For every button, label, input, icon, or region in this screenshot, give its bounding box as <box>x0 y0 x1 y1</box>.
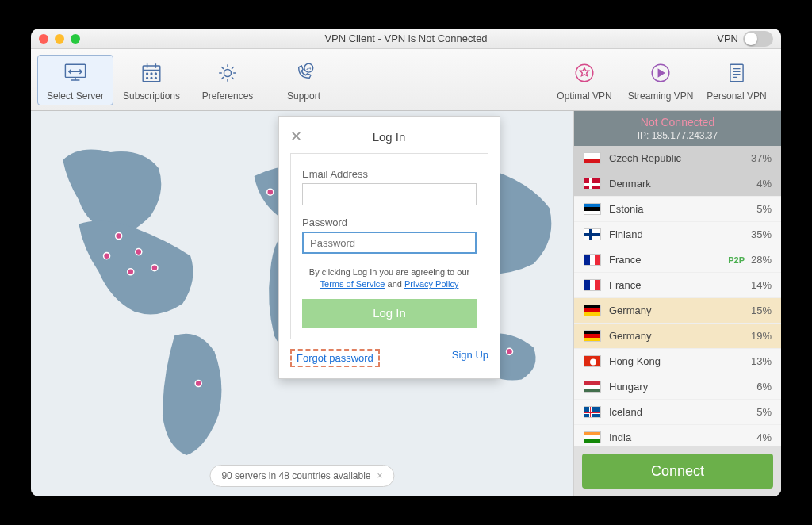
password-label: Password <box>302 217 477 228</box>
flag-icon <box>584 305 601 316</box>
server-name: Denmark <box>609 178 756 190</box>
server-row[interactable]: France14% <box>574 273 781 298</box>
window-title: VPN Client - VPN is Not Connected <box>31 33 781 44</box>
vpn-toggle[interactable]: VPN <box>717 31 773 47</box>
svg-rect-34 <box>584 233 601 236</box>
svg-point-19 <box>267 189 274 195</box>
tab-optimal-vpn[interactable]: Optimal VPN <box>546 55 622 105</box>
flag-icon <box>584 279 601 291</box>
main: 90 servers in 48 countries available × ✕… <box>31 111 781 496</box>
tab-label: Personal VPN <box>707 90 766 102</box>
flag-icon <box>584 254 601 266</box>
svg-rect-0 <box>65 64 85 77</box>
tab-label: Streaming VPN <box>628 90 694 102</box>
tos-link[interactable]: Terms of Service <box>320 279 385 289</box>
tab-label: Subscriptions <box>123 90 180 102</box>
forgot-password-link[interactable]: Forgot password <box>290 349 380 367</box>
svg-rect-41 <box>584 412 601 413</box>
monitor-arrows-icon <box>61 59 90 87</box>
login-button[interactable]: Log In <box>302 299 477 328</box>
calendar-icon <box>137 59 166 87</box>
tab-preferences[interactable]: Preferences <box>190 55 266 105</box>
svg-point-15 <box>136 249 142 255</box>
server-row[interactable]: India4% <box>574 425 781 446</box>
server-load: 14% <box>751 279 772 291</box>
server-row[interactable]: Denmark4% <box>574 171 781 197</box>
server-row[interactable]: Estonia5% <box>574 197 781 222</box>
signup-link[interactable]: Sign Up <box>452 349 488 367</box>
flag-icon <box>584 381 601 393</box>
flag-icon <box>584 355 601 367</box>
status-panel: Not Connected IP: 185.177.243.37 <box>574 111 781 146</box>
modal-title: Log In <box>289 130 488 144</box>
tab-label: Support <box>287 90 320 102</box>
server-load: 5% <box>756 203 772 215</box>
server-name: Czech Republic <box>609 152 751 164</box>
svg-point-25 <box>195 381 201 387</box>
svg-point-7 <box>155 77 157 79</box>
connect-button[interactable]: Connect <box>582 454 773 489</box>
email-label: Email Address <box>302 168 477 180</box>
server-load: 35% <box>751 228 772 240</box>
email-field[interactable] <box>302 183 477 205</box>
flag-icon <box>584 203 601 215</box>
tab-label: Select Server <box>47 90 104 102</box>
svg-point-5 <box>147 77 148 79</box>
server-row[interactable]: Germany19% <box>574 324 781 349</box>
svg-point-17 <box>104 253 110 259</box>
svg-point-18 <box>128 269 134 275</box>
server-row[interactable]: Finland35% <box>574 222 781 247</box>
svg-point-36 <box>590 359 596 366</box>
server-row[interactable]: Iceland5% <box>574 400 781 425</box>
server-name: Hong Kong <box>609 355 751 367</box>
svg-text:24: 24 <box>306 66 311 71</box>
tab-select-server[interactable]: Select Server <box>37 55 113 105</box>
server-name: Finland <box>609 228 751 240</box>
flag-icon <box>584 152 601 164</box>
server-list[interactable]: Czech Republic37%Denmark4%Estonia5%Finla… <box>574 146 781 446</box>
app-window: VPN Client - VPN is Not Connected VPN Se… <box>31 29 781 496</box>
flag-icon <box>584 228 601 240</box>
server-load: 4% <box>756 431 772 443</box>
svg-point-14 <box>116 232 122 239</box>
star-badge-icon <box>570 59 599 87</box>
tab-label: Preferences <box>202 90 254 102</box>
close-badge-icon[interactable]: × <box>377 470 383 481</box>
svg-point-28 <box>507 348 513 354</box>
tab-support[interactable]: 24 Support <box>266 55 342 105</box>
agree-text: By clicking Log In you are agreeing to o… <box>302 266 477 291</box>
privacy-link[interactable]: Privacy Policy <box>404 279 458 289</box>
server-load: 15% <box>751 305 772 316</box>
map[interactable]: 90 servers in 48 countries available × ✕… <box>31 111 573 496</box>
server-row[interactable]: Germany15% <box>574 298 781 324</box>
server-load: 37% <box>751 152 772 164</box>
server-name: Germany <box>609 330 751 342</box>
server-count-text: 90 servers in 48 countries available <box>221 470 370 481</box>
svg-point-3 <box>151 73 152 75</box>
password-field[interactable] <box>302 232 477 254</box>
svg-rect-13 <box>730 64 743 82</box>
server-load: 5% <box>756 406 772 418</box>
server-row[interactable]: Hong Kong13% <box>574 349 781 374</box>
phone-24-icon: 24 <box>289 59 318 87</box>
p2p-badge: P2P <box>728 255 745 265</box>
flag-icon <box>584 330 601 342</box>
server-name: Iceland <box>609 406 756 418</box>
server-row[interactable]: Hungary6% <box>574 374 781 400</box>
svg-rect-31 <box>584 183 601 186</box>
svg-rect-40 <box>590 407 591 417</box>
server-row[interactable]: FranceP2P28% <box>574 247 781 273</box>
tab-personal-vpn[interactable]: Personal VPN <box>699 55 775 105</box>
tab-subscriptions[interactable]: Subscriptions <box>113 55 190 105</box>
flag-icon <box>584 406 601 418</box>
vpn-toggle-label: VPN <box>717 33 738 44</box>
server-name: India <box>609 431 756 443</box>
svg-point-2 <box>147 73 148 75</box>
svg-point-4 <box>155 73 157 75</box>
server-row[interactable]: Czech Republic37% <box>574 146 781 171</box>
server-name: Estonia <box>609 203 756 215</box>
switch-icon[interactable] <box>743 31 773 47</box>
status-text: Not Connected <box>574 116 781 128</box>
server-count-badge: 90 servers in 48 countries available × <box>209 465 394 487</box>
tab-streaming-vpn[interactable]: Streaming VPN <box>622 55 699 105</box>
